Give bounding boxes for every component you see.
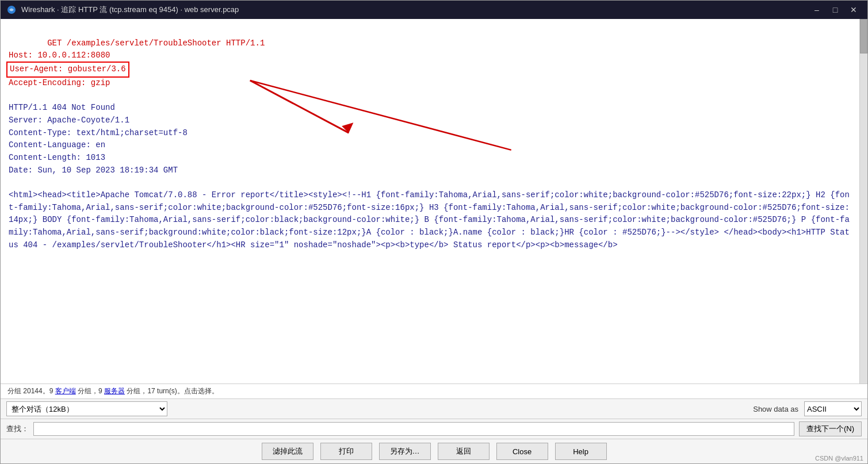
close-button[interactable]: Close — [496, 443, 548, 460]
response-line3: Content-Type: text/html;charset=utf-8 — [9, 128, 188, 137]
response-line5: Content-Length: 1013 — [9, 153, 105, 162]
request-line1: GET /examples/servlet/TroubleShooter HTT… — [47, 39, 265, 48]
find-next-button[interactable]: 查找下一个(N) — [799, 421, 862, 436]
response-line1: HTTP/1.1 404 Not Found — [9, 103, 115, 112]
response-line2: Server: Apache-Coyote/1.1 — [9, 116, 129, 125]
action-buttons: 滤掉此流 打印 另存为… 返回 Close Help — [1, 439, 867, 463]
request-line2: Host: 10.0.0.112:8080 — [9, 51, 110, 60]
stream-select[interactable]: 整个对话（12kB） — [6, 401, 167, 416]
search-label: 查找： — [6, 424, 29, 434]
svg-line-1 — [250, 80, 349, 133]
request-line3: User-Agent: gobuster/3.6 — [9, 64, 127, 74]
filter-button[interactable]: 滤掉此流 — [262, 443, 313, 460]
titlebar-title: Wireshark · 追踪 HTTP 流 (tcp.stream eq 945… — [21, 5, 239, 15]
svg-marker-2 — [342, 122, 353, 133]
wireshark-icon — [6, 5, 17, 15]
arrow-annotation — [1, 19, 859, 384]
server-link[interactable]: 服务器 — [104, 387, 125, 395]
content-area: GET /examples/servlet/TroubleShooter HTT… — [1, 19, 867, 463]
data-format-select[interactable]: ASCIIHex DumpEBCDICHex — [804, 401, 862, 416]
http-display: GET /examples/servlet/TroubleShooter HTT… — [1, 19, 867, 384]
search-input[interactable] — [33, 422, 794, 436]
status-bar: 分组 20144。9 客户端 分组，9 服务器 分组，17 turn(s)。点击… — [1, 384, 867, 398]
client-link[interactable]: 客户端 — [55, 387, 76, 395]
response-line6: Date: Sun, 10 Sep 2023 18:19:34 GMT — [9, 166, 178, 175]
status-text-middle: 分组，9 — [76, 387, 104, 395]
back-button[interactable]: 返回 — [438, 443, 490, 460]
titlebar-left: Wireshark · 追踪 HTTP 流 (tcp.stream eq 945… — [6, 5, 239, 15]
print-button[interactable]: 打印 — [320, 443, 372, 460]
scrollbar-thumb[interactable] — [860, 19, 867, 53]
request-line4: Accept-Encoding: gzip — [9, 78, 110, 87]
watermark: CSDN @vlan911 — [815, 455, 863, 462]
status-text-end: 分组，17 turn(s)。点击选择。 — [125, 387, 219, 395]
help-button[interactable]: Help — [555, 443, 607, 460]
http-text-area[interactable]: GET /examples/servlet/TroubleShooter HTT… — [1, 19, 859, 384]
minimize-button[interactable]: – — [809, 4, 825, 16]
close-window-button[interactable]: ✕ — [846, 4, 862, 16]
html-body: <html><head><title>Apache Tomcat/7.0.88 … — [9, 190, 850, 250]
maximize-button[interactable]: □ — [827, 4, 843, 16]
show-data-as-label: Show data as — [753, 405, 798, 413]
wireshark-window: Wireshark · 追踪 HTTP 流 (tcp.stream eq 945… — [0, 0, 868, 464]
vertical-scrollbar[interactable] — [859, 19, 867, 384]
response-line4: Content-Language: en — [9, 140, 105, 149]
titlebar: Wireshark · 追踪 HTTP 流 (tcp.stream eq 945… — [1, 1, 867, 19]
search-bar: 查找： 查找下一个(N) — [1, 419, 867, 439]
user-agent-highlight: User-Agent: gobuster/3.6 — [6, 62, 129, 78]
save-as-button[interactable]: 另存为… — [379, 443, 431, 460]
status-text-prefix: 分组 20144。9 — [7, 387, 55, 395]
bottom-controls: 整个对话（12kB） Show data as ASCIIHex DumpEBC… — [1, 398, 867, 419]
titlebar-controls: – □ ✕ — [809, 4, 862, 16]
svg-line-3 — [250, 80, 511, 150]
